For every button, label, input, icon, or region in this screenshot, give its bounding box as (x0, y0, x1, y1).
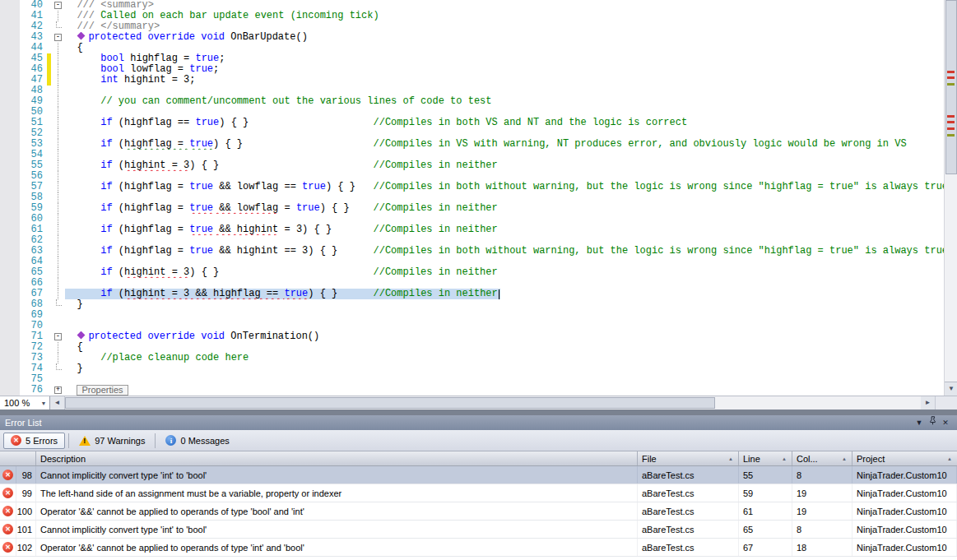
code-line[interactable]: 55 if (highint = 3) { } //Compiles in ne… (0, 160, 957, 171)
indicator-margin[interactable] (0, 331, 20, 342)
code-line[interactable]: 57 if (highflag = true && lowflag == tru… (0, 182, 957, 192)
code-text[interactable]: { (65, 342, 957, 353)
error-row[interactable]: 102Operator '&&' cannot be applied to op… (0, 539, 957, 557)
indicator-margin[interactable] (0, 64, 20, 75)
column-header-column[interactable]: Col... ▲ (792, 451, 852, 465)
line-number[interactable]: 76 (20, 385, 47, 396)
indicator-margin[interactable] (0, 203, 20, 214)
code-line[interactable]: 68 } (0, 299, 957, 310)
code-text[interactable] (65, 235, 957, 246)
messages-filter-button[interactable]: 0 Messages (159, 433, 235, 449)
indicator-margin[interactable] (0, 289, 20, 299)
code-text[interactable]: /// <summary> (65, 0, 957, 11)
code-text[interactable] (65, 150, 957, 160)
code-line[interactable]: 50 (0, 107, 957, 118)
collapsed-region-box[interactable]: Properties (77, 385, 128, 396)
scroll-left-button[interactable]: ◄ (50, 396, 65, 410)
code-line[interactable]: 41 /// Called on each bar update event (… (0, 11, 957, 21)
indicator-margin[interactable] (0, 21, 20, 32)
code-text[interactable] (65, 374, 957, 385)
error-list-title-bar[interactable]: Error List ▼ ✕ (0, 415, 957, 430)
errors-filter-button[interactable]: 5 Errors (3, 433, 65, 449)
code-line[interactable]: 73 //place cleanup code here (0, 353, 957, 363)
code-line[interactable]: 53 if (highflag = true) { } //Compiles i… (0, 139, 957, 150)
scroll-down-button[interactable]: ▼ (945, 382, 957, 396)
chevron-down-icon[interactable]: ▼ (38, 400, 49, 406)
indicator-margin[interactable] (0, 374, 20, 385)
code-text[interactable]: } (65, 299, 957, 310)
column-header-file[interactable]: File ▲ (638, 451, 739, 465)
indicator-margin[interactable] (0, 11, 20, 21)
error-row[interactable]: 101Cannot implicitly convert type 'int' … (0, 521, 957, 539)
error-row[interactable]: 100Operator '&&' cannot be applied to op… (0, 502, 957, 521)
fold-toggle-button[interactable]: + (54, 386, 62, 394)
indicator-margin[interactable] (0, 160, 20, 171)
indicator-margin[interactable] (0, 310, 20, 321)
panel-splitter[interactable] (0, 410, 957, 415)
fold-toggle-button[interactable]: - (54, 333, 62, 340)
code-text[interactable]: int highint = 3; (65, 75, 957, 86)
indicator-margin[interactable] (0, 0, 20, 11)
code-line[interactable]: 59 if (highflag = true && lowflag = true… (0, 203, 957, 214)
code-line[interactable]: 75 (0, 374, 957, 385)
code-line[interactable]: 51 if (highflag == true) { } //Compiles … (0, 118, 957, 128)
code-line[interactable]: 48 (0, 86, 957, 96)
code-text[interactable] (65, 310, 957, 321)
indicator-margin[interactable] (0, 342, 20, 353)
code-text[interactable]: if (highflag = true && highint = 3) { } … (65, 224, 957, 235)
code-line[interactable]: 46 bool lowflag = true; (0, 64, 957, 75)
code-editor[interactable]: 40- /// <summary>41 /// Called on each b… (0, 0, 957, 396)
code-line[interactable]: 44 { (0, 43, 957, 53)
code-text[interactable] (65, 107, 957, 118)
code-text[interactable] (65, 321, 957, 331)
code-text[interactable] (65, 214, 957, 224)
vertical-scrollbar[interactable]: ▼ (944, 0, 957, 396)
code-line[interactable]: 42 /// </summary> (0, 21, 957, 32)
code-line[interactable]: 65 if (highint = 3) { } //Compiles in ne… (0, 267, 957, 278)
code-line[interactable]: 74 } (0, 363, 957, 374)
code-text[interactable] (65, 278, 957, 289)
horizontal-scrollbar[interactable] (65, 396, 921, 410)
indicator-margin[interactable] (0, 278, 20, 289)
close-icon[interactable]: ✕ (939, 416, 952, 429)
window-position-menu-icon[interactable]: ▼ (913, 416, 926, 429)
indicator-margin[interactable] (0, 128, 20, 139)
error-row[interactable]: 98Cannot implicitly convert type 'int' t… (0, 466, 957, 484)
error-row[interactable]: 99The left-hand side of an assignment mu… (0, 484, 957, 502)
code-text[interactable] (65, 86, 957, 96)
code-text[interactable]: } (65, 363, 957, 374)
code-text[interactable]: /// </summary> (65, 21, 957, 32)
indicator-margin[interactable] (0, 182, 20, 192)
code-text[interactable]: if (highflag == true) { } //Compiles in … (65, 118, 957, 128)
code-text[interactable]: if (highflag = true && lowflag = true) {… (65, 203, 957, 214)
code-line[interactable]: 76+ Properties (0, 385, 957, 396)
code-line[interactable]: 52 (0, 128, 957, 139)
indicator-margin[interactable] (0, 353, 20, 363)
code-line[interactable]: 71- protected override void OnTerminatio… (0, 331, 957, 342)
column-header-line[interactable]: Line ▲ (739, 451, 792, 465)
indicator-margin[interactable] (0, 53, 20, 64)
code-text[interactable] (65, 128, 957, 139)
code-text[interactable]: if (highint = 3) { } //Compiles in neith… (65, 160, 957, 171)
vertical-scrollbar-thumb[interactable] (945, 0, 957, 174)
code-text[interactable]: protected override void OnTermination() (65, 331, 957, 342)
column-header-project[interactable]: Project ▲ (852, 451, 957, 465)
code-text[interactable]: if (highflag = true) { } //Compiles in V… (65, 139, 957, 150)
indicator-margin[interactable] (0, 139, 20, 150)
code-line[interactable]: 43- protected override void OnBarUpdate(… (0, 32, 957, 43)
code-line[interactable]: 58 (0, 192, 957, 203)
indicator-margin[interactable] (0, 214, 20, 224)
code-line[interactable]: 64 (0, 257, 957, 267)
code-text[interactable]: // you can comment/uncomment out the var… (65, 96, 957, 107)
code-line[interactable]: 47 int highint = 3; (0, 75, 957, 86)
indicator-margin[interactable] (0, 43, 20, 53)
indicator-margin[interactable] (0, 267, 20, 278)
horizontal-scrollbar-thumb[interactable] (65, 397, 715, 409)
code-text[interactable] (65, 171, 957, 182)
indicator-margin[interactable] (0, 75, 20, 86)
code-line[interactable]: 62 (0, 235, 957, 246)
code-line[interactable]: 70 (0, 321, 957, 331)
code-text[interactable]: if (highflag = true && highint == 3) { }… (65, 246, 957, 257)
code-text[interactable]: if (highint = 3 && highflag == true) { }… (65, 289, 957, 299)
pin-icon[interactable] (926, 416, 939, 429)
